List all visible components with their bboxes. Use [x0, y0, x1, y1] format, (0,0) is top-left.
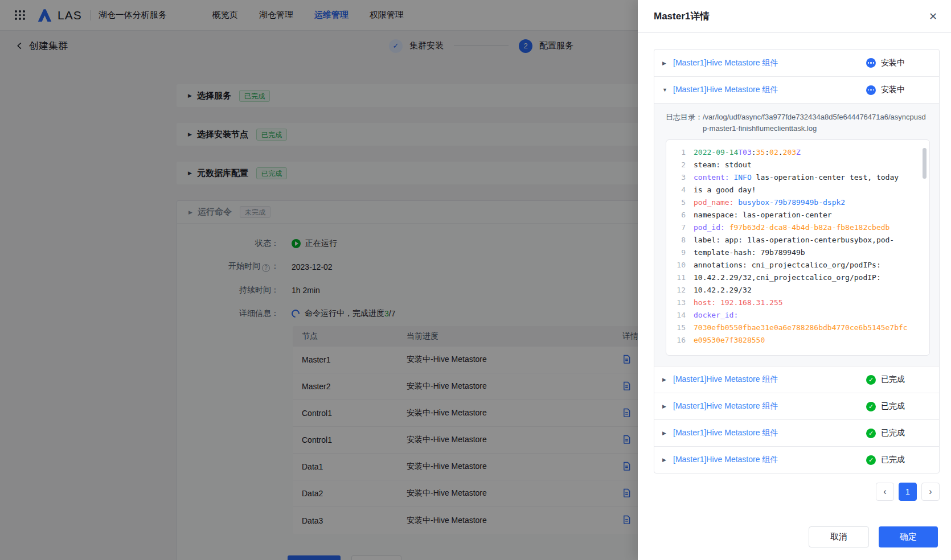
log-line: 10annotations: cni_projectcalico_org/pod… — [671, 259, 924, 271]
log-directory-path: /var/log/udf/async/f3a977fde732434a8d5fe… — [703, 112, 928, 134]
log-line-text: namespace: las-operation-center — [694, 209, 832, 221]
component-row[interactable]: ▶ [Master1]Hive Metastore 组件 ✓已完成 — [654, 366, 939, 393]
done-status-icon: ✓ — [866, 375, 876, 385]
component-link[interactable]: [Master1]Hive Metastore 组件 — [673, 428, 778, 438]
log-line-number: 10 — [671, 259, 686, 271]
caret-right-icon[interactable]: ▶ — [662, 430, 673, 436]
prev-page-button[interactable]: ‹ — [876, 483, 894, 501]
log-line-text: e09530e7f3828550 — [694, 334, 765, 347]
log-line-number: 2 — [671, 159, 686, 171]
component-status: 已完成 — [881, 455, 905, 465]
log-line: 1110.42.2.29/32,cni_projectcalico_org/po… — [671, 271, 924, 284]
component-link[interactable]: [Master1]Hive Metastore 组件 — [673, 374, 778, 385]
component-status: 已完成 — [881, 374, 905, 385]
scrollbar-thumb[interactable] — [923, 148, 927, 179]
component-link[interactable]: [Master1]Hive Metastore 组件 — [673, 58, 778, 68]
log-line-text: template-hash: 79b789949b — [694, 246, 805, 259]
next-page-button[interactable]: › — [921, 483, 940, 501]
log-line: 14docker_id: — [671, 309, 924, 322]
confirm-button[interactable]: 确定 — [879, 526, 938, 547]
component-row[interactable]: ▶ [Master1]Hive Metastore 组件 ✓已完成 — [654, 393, 939, 419]
log-line-number: 5 — [671, 196, 686, 209]
page-1-button[interactable]: 1 — [899, 483, 917, 501]
log-line: 1210.42.2.29/32 — [671, 284, 924, 297]
log-line: 5pod_name: busybox-79b789949b-dspk2 — [671, 196, 924, 209]
log-line-number: 15 — [671, 322, 686, 334]
log-directory-label: 日志目录： — [666, 112, 703, 134]
log-viewer[interactable]: 12022-09-14T03:35:02.203Z2steam: stdout3… — [666, 139, 930, 356]
done-status-icon: ✓ — [866, 402, 876, 411]
master1-detail-drawer: Master1详情 ✕ ▶ [Master1]Hive Metastore 组件… — [638, 0, 951, 560]
component-link[interactable]: [Master1]Hive Metastore 组件 — [673, 85, 778, 95]
log-line-text: 2022-09-14T03:35:02.203Z — [694, 146, 801, 159]
log-line: 16e09530e7f3828550 — [671, 334, 924, 347]
log-line-number: 6 — [671, 209, 686, 221]
log-line-text: label: app: 1las-operation-centerbusybox… — [694, 234, 894, 246]
log-line: 8label: app: 1las-operation-centerbusybo… — [671, 234, 924, 246]
log-line-number: 4 — [671, 184, 686, 196]
component-status: 已完成 — [881, 428, 905, 438]
log-line: 4is a good day! — [671, 184, 924, 196]
log-line-text: host: 192.168.31.255 — [694, 297, 783, 309]
component-row[interactable]: ▶ [Master1]Hive Metastore 组件 ✓已完成 — [654, 446, 939, 473]
log-line: 13host: 192.168.31.255 — [671, 297, 924, 309]
component-link[interactable]: [Master1]Hive Metastore 组件 — [673, 455, 778, 465]
log-line-number: 9 — [671, 246, 686, 259]
log-line-number: 1 — [671, 146, 686, 159]
drawer-title: Master1详情 — [654, 10, 710, 23]
log-code: 12022-09-14T03:35:02.203Z2steam: stdout3… — [671, 146, 924, 347]
close-icon[interactable]: ✕ — [929, 11, 937, 22]
component-status: 已完成 — [881, 401, 905, 411]
log-line-text: is a good day! — [694, 184, 756, 196]
log-line-number: 16 — [671, 334, 686, 347]
component-status: 安装中 — [881, 85, 905, 95]
caret-right-icon[interactable]: ▶ — [662, 403, 673, 409]
log-directory: 日志目录： /var/log/udf/async/f3a977fde732434… — [666, 112, 930, 134]
done-status-icon: ✓ — [866, 429, 876, 438]
installing-status-icon — [866, 85, 876, 95]
log-line: 2steam: stdout — [671, 159, 924, 171]
log-line-number: 8 — [671, 234, 686, 246]
log-line-text: 7030efb0550fbae31e0a6e788286bdb4770ce6b5… — [694, 322, 908, 334]
log-line-text: 10.42.2.29/32 — [694, 284, 752, 297]
log-line-number: 11 — [671, 271, 686, 284]
log-line-number: 12 — [671, 284, 686, 297]
caret-down-icon[interactable]: ▼ — [662, 87, 673, 93]
log-section: 日志目录： /var/log/udf/async/f3a977fde732434… — [654, 103, 939, 366]
component-row[interactable]: ▶ [Master1]Hive Metastore 组件 ✓已完成 — [654, 419, 939, 446]
component-link[interactable]: [Master1]Hive Metastore 组件 — [673, 401, 778, 411]
log-line-text: pod_id: f97b63d2-dca8-4b4d-b82a-fb8e182c… — [694, 221, 889, 234]
log-line-text: docker_id: — [694, 309, 738, 322]
log-line: 3content: INFO las-operation-center test… — [671, 171, 924, 184]
cancel-button[interactable]: 取消 — [809, 526, 869, 547]
component-status: 安装中 — [881, 58, 905, 68]
component-row-expanded[interactable]: ▼ [Master1]Hive Metastore 组件 安装中 — [654, 76, 939, 103]
log-line-text: content: INFO las-operation-center test,… — [694, 171, 899, 184]
log-line: 157030efb0550fbae31e0a6e788286bdb4770ce6… — [671, 322, 924, 334]
caret-right-icon[interactable]: ▶ — [662, 457, 673, 463]
log-line: 12022-09-14T03:35:02.203Z — [671, 146, 924, 159]
caret-right-icon[interactable]: ▶ — [662, 60, 673, 66]
log-line: 7pod_id: f97b63d2-dca8-4b4d-b82a-fb8e182… — [671, 221, 924, 234]
log-line-number: 14 — [671, 309, 686, 322]
log-line-text: 10.42.2.29/32,cni_projectcalico_org/podI… — [694, 271, 881, 284]
log-line-text: steam: stdout — [694, 159, 752, 171]
log-line-number: 3 — [671, 171, 686, 184]
component-row[interactable]: ▶ [Master1]Hive Metastore 组件 安装中 — [654, 50, 939, 76]
log-line: 6namespace: las-operation-center — [671, 209, 924, 221]
log-line-text: annotations: cni_projectcalico_org/podIP… — [694, 259, 881, 271]
pagination: ‹ 1 › — [654, 483, 940, 501]
installing-status-icon — [866, 58, 876, 68]
caret-right-icon[interactable]: ▶ — [662, 377, 673, 382]
log-line-text: pod_name: busybox-79b789949b-dspk2 — [694, 196, 845, 209]
log-line-number: 13 — [671, 297, 686, 309]
component-list: ▶ [Master1]Hive Metastore 组件 安装中 ▼ [Mast… — [654, 49, 940, 473]
log-line: 9template-hash: 79b789949b — [671, 246, 924, 259]
done-status-icon: ✓ — [866, 455, 876, 465]
log-line-number: 7 — [671, 221, 686, 234]
